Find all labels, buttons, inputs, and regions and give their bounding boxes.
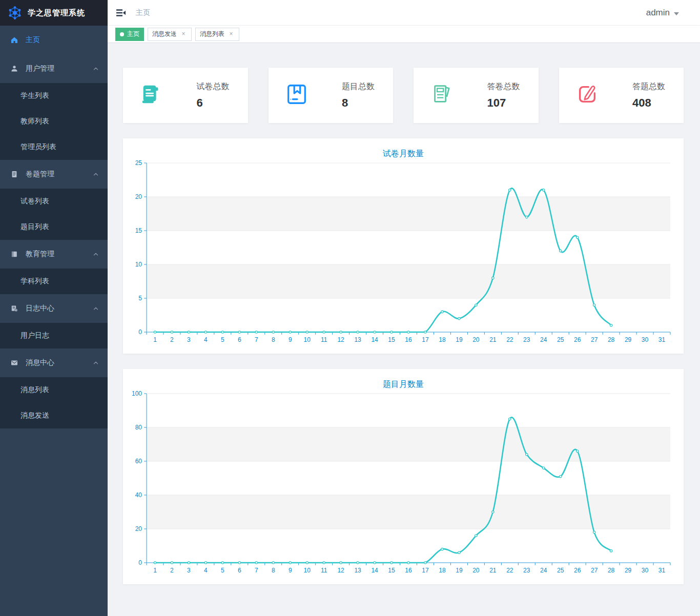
data-point xyxy=(340,331,342,333)
tab-home[interactable]: 主页 xyxy=(115,28,144,41)
x-tick-label: 25 xyxy=(557,567,564,574)
data-point xyxy=(255,562,257,564)
sidebar-subitem-teacher-list[interactable]: 教师列表 xyxy=(0,109,108,134)
x-tick-label: 4 xyxy=(204,336,208,343)
user-icon xyxy=(10,65,18,73)
data-point xyxy=(407,562,409,564)
exam-scroll-icon xyxy=(139,83,163,108)
data-point xyxy=(154,562,156,564)
x-tick-label: 1 xyxy=(153,336,157,343)
x-tick-label: 9 xyxy=(289,336,292,343)
x-tick-label: 8 xyxy=(272,567,275,574)
stat-label: 答题总数 xyxy=(632,81,669,92)
x-tick-label: 31 xyxy=(658,567,666,574)
y-tick-label: 10 xyxy=(135,261,142,268)
x-tick-label: 23 xyxy=(523,336,530,343)
x-tick-label: 30 xyxy=(642,336,649,343)
data-point xyxy=(390,331,393,333)
sidebar-subitem-student-list[interactable]: 学生列表 xyxy=(0,83,108,109)
hamburger-icon[interactable] xyxy=(115,7,127,18)
x-tick-label: 24 xyxy=(540,336,547,343)
data-point xyxy=(509,418,511,420)
app-title: 学之思管理系统 xyxy=(28,8,85,18)
x-tick-label: 17 xyxy=(422,336,429,343)
x-tick-label: 20 xyxy=(472,336,480,343)
sidebar-item-logs[interactable]: 日志中心 xyxy=(0,294,108,323)
close-icon[interactable]: × xyxy=(180,31,187,38)
data-point xyxy=(374,562,376,564)
data-point xyxy=(374,331,376,333)
book-icon xyxy=(10,250,18,258)
line-chart: 0510152025123456789101112131415161718192… xyxy=(123,159,684,354)
x-tick-label: 13 xyxy=(354,567,361,574)
data-point xyxy=(154,331,156,333)
sidebar-subitem-admin-list[interactable]: 管理员列表 xyxy=(0,134,108,160)
data-point xyxy=(171,331,173,333)
x-tick-label: 17 xyxy=(422,567,429,574)
stat-card-question-total: 题目总数8 xyxy=(269,68,394,123)
question-monthly-chart: 题目月数量02040608010012345678910111213141516… xyxy=(123,369,684,584)
grid-band xyxy=(147,427,670,461)
stat-text: 答卷总数107 xyxy=(487,81,524,110)
data-point xyxy=(238,562,240,564)
sidebar-item-users[interactable]: 用户管理 xyxy=(0,54,108,83)
paper-icon xyxy=(10,170,18,178)
charts-container: 试卷月数量05101520251234567891011121314151617… xyxy=(123,138,684,584)
x-tick-label: 29 xyxy=(625,336,632,343)
y-tick-label: 0 xyxy=(138,328,142,336)
close-icon[interactable]: × xyxy=(228,31,235,38)
data-point xyxy=(171,562,173,564)
user-dropdown[interactable]: admin xyxy=(646,8,679,18)
x-tick-label: 14 xyxy=(371,567,378,574)
x-tick-label: 31 xyxy=(658,336,666,343)
chevron-up-icon xyxy=(92,359,99,366)
sidebar-item-education[interactable]: 教育管理 xyxy=(0,240,108,269)
x-tick-label: 5 xyxy=(221,567,224,574)
line-chart: 0204060801001234567891011121314151617181… xyxy=(123,389,684,584)
stat-label: 题目总数 xyxy=(342,81,379,92)
x-tick-label: 11 xyxy=(321,336,327,343)
sidebar-item-home[interactable]: 主页 xyxy=(0,26,108,54)
y-tick-label: 5 xyxy=(138,295,142,302)
data-point xyxy=(475,535,477,537)
data-point xyxy=(526,216,528,218)
x-tick-label: 16 xyxy=(405,336,412,343)
data-point xyxy=(475,304,477,306)
x-tick-label: 9 xyxy=(289,567,292,574)
data-point xyxy=(576,236,578,238)
x-tick-label: 28 xyxy=(608,336,615,343)
x-tick-label: 21 xyxy=(489,567,497,574)
data-point xyxy=(289,331,291,333)
data-point xyxy=(204,562,207,564)
stat-value: 107 xyxy=(487,96,524,110)
data-point xyxy=(610,550,612,552)
tab-message-send[interactable]: 消息发送× xyxy=(148,28,192,41)
content-area: 试卷总数6题目总数8答卷总数107答题总数408 试卷月数量0510152025… xyxy=(108,43,700,616)
chart-title: 题目月数量 xyxy=(123,369,684,389)
stat-card-exam-total: 试卷总数6 xyxy=(123,68,248,123)
mail-icon xyxy=(10,359,18,367)
x-tick-label: 2 xyxy=(170,567,174,574)
x-tick-label: 24 xyxy=(540,567,547,574)
sidebar-subitem-question-list[interactable]: 题目列表 xyxy=(0,214,108,240)
data-point xyxy=(221,562,223,564)
data-point xyxy=(492,511,494,513)
x-tick-label: 21 xyxy=(489,336,497,343)
x-tick-label: 26 xyxy=(574,336,581,343)
x-tick-label: 4 xyxy=(204,567,208,574)
tab-message-list[interactable]: 消息列表× xyxy=(195,28,239,41)
data-point xyxy=(576,450,578,452)
sidebar-subitem-message-list[interactable]: 消息列表 xyxy=(0,377,108,403)
answer-edit-icon xyxy=(575,83,599,108)
breadcrumb[interactable]: 主页 xyxy=(136,8,150,17)
sidebar-subitem-user-log[interactable]: 用户日志 xyxy=(0,323,108,348)
sidebar-menu: 主页用户管理学生列表教师列表管理员列表卷题管理试卷列表题目列表教育管理学科列表日… xyxy=(0,26,108,616)
sidebar-subitem-subject-list[interactable]: 学科列表 xyxy=(0,269,108,294)
sidebar-item-messages[interactable]: 消息中心 xyxy=(0,348,108,377)
stat-text: 题目总数8 xyxy=(342,81,379,110)
sidebar-subitem-message-send[interactable]: 消息发送 xyxy=(0,403,108,428)
sidebar-subitem-exam-list[interactable]: 试卷列表 xyxy=(0,189,108,214)
sidebar-item-papers[interactable]: 卷题管理 xyxy=(0,160,108,189)
question-book-icon xyxy=(285,83,308,108)
data-point xyxy=(390,562,393,564)
